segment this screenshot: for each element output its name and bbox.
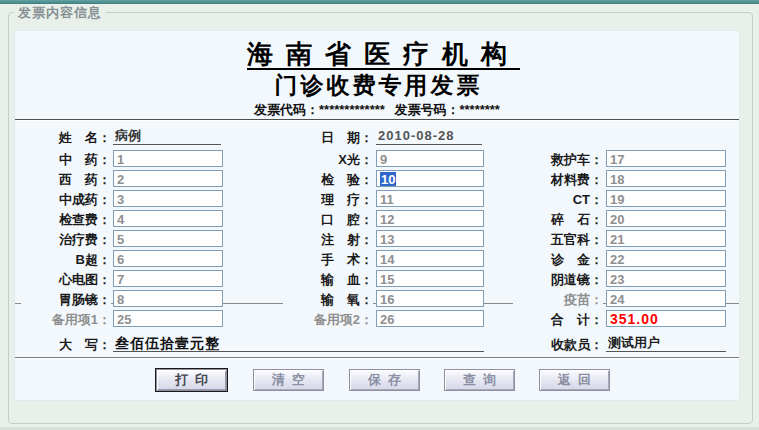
invoice-code-label: 发票代码： — [254, 102, 319, 117]
field-input-ecg[interactable]: 7 — [113, 270, 223, 287]
field-input-colposcopy[interactable]: 23 — [606, 270, 726, 287]
back-button[interactable]: 返回 — [539, 369, 610, 391]
field-input-consultation-fee[interactable]: 22 — [606, 250, 726, 267]
cashier-label: 收款员： — [513, 336, 603, 353]
field-label-ecg: 心电图： — [21, 271, 111, 288]
field-value-blood-transfusion: 15 — [380, 272, 394, 287]
field-input-gastroscopy[interactable]: 8 — [113, 290, 223, 307]
field-label-spare-item-1: 备用项1： — [21, 311, 111, 328]
invoice-code-value: ************* — [319, 102, 385, 117]
field-value-spare-item-1: 25 — [117, 312, 131, 327]
field-input-lab-test[interactable]: 10 — [376, 170, 484, 187]
field-value-ent: 21 — [610, 232, 624, 247]
field-label-oxygen: 输 氧： — [283, 291, 373, 308]
field-value-western-medicine: 2 — [117, 172, 124, 187]
field-value-lithotripsy: 20 — [610, 212, 624, 227]
field-input-ent[interactable]: 21 — [606, 230, 726, 247]
field-label-total: 合 计： — [513, 311, 603, 328]
field-value-material-fee: 18 — [610, 172, 624, 187]
field-input-vaccine[interactable]: 24 — [606, 290, 726, 307]
field-value-b-ultrasound: 6 — [117, 252, 124, 267]
field-input-surgery[interactable]: 14 — [376, 250, 484, 267]
field-value-injection: 13 — [380, 232, 394, 247]
groupbox-title: 发票内容信息 — [14, 4, 106, 22]
field-value-ambulance: 17 — [610, 152, 624, 167]
field-input-western-medicine[interactable]: 2 — [113, 170, 223, 187]
field-label-lithotripsy: 碎 石： — [513, 211, 603, 228]
field-input-ct[interactable]: 19 — [606, 190, 726, 207]
field-input-spare-item-1[interactable]: 25 — [113, 310, 223, 327]
field-value-chinese-medicine: 1 — [117, 152, 124, 167]
field-label-ambulance: 救护车： — [513, 151, 603, 168]
field-value-dental: 12 — [380, 212, 394, 227]
field-label-lab-test: 检 验： — [283, 171, 373, 188]
field-label-treatment-fee: 治疗费： — [21, 231, 111, 248]
print-button[interactable]: 打印 — [156, 369, 227, 391]
field-label-material-fee: 材料费： — [513, 171, 603, 188]
date-value[interactable]: 2010-08-28 — [376, 128, 482, 145]
field-label-surgery: 手 术： — [283, 251, 373, 268]
field-label-gastroscopy: 胃肠镜： — [21, 291, 111, 308]
field-label-ct: CT： — [513, 191, 603, 208]
field-label-x-ray: X光： — [283, 151, 373, 168]
field-input-x-ray[interactable]: 9 — [376, 150, 484, 167]
field-input-dental[interactable]: 12 — [376, 210, 484, 227]
field-label-dental: 口 腔： — [283, 211, 373, 228]
invoice-code-line: 发票代码：************* 发票号码：******** — [15, 101, 739, 119]
field-input-examination-fee[interactable]: 4 — [113, 210, 223, 227]
field-value-spare-item-2: 26 — [380, 312, 394, 327]
field-value-lab-test: 10 — [380, 172, 396, 187]
patient-name-label: 姓 名： — [21, 129, 111, 146]
field-input-lithotripsy[interactable]: 20 — [606, 210, 726, 227]
field-label-b-ultrasound: B超： — [21, 251, 111, 268]
field-input-oxygen[interactable]: 16 — [376, 290, 484, 307]
invoice-number-label: 发票号码： — [394, 102, 459, 117]
field-label-injection: 注 射： — [283, 231, 373, 248]
field-value-physiotherapy: 11 — [380, 192, 394, 207]
field-input-injection[interactable]: 13 — [376, 230, 484, 247]
field-input-physiotherapy[interactable]: 11 — [376, 190, 484, 207]
field-label-vaccine: 疫苗： — [513, 291, 603, 308]
field-value-surgery: 14 — [380, 252, 394, 267]
invoice-subtitle: 门诊收费专用发票 — [15, 70, 739, 101]
date-label: 日 期： — [283, 129, 373, 146]
invoice-title: 海南省医疗机构 — [15, 37, 739, 72]
field-value-ct: 19 — [610, 192, 624, 207]
field-input-blood-transfusion[interactable]: 15 — [376, 270, 484, 287]
query-button[interactable]: 查询 — [444, 369, 515, 391]
field-input-ambulance[interactable]: 17 — [606, 150, 726, 167]
field-value-consultation-fee: 22 — [610, 252, 624, 267]
field-input-total[interactable]: 351.00 — [606, 310, 726, 327]
field-label-physiotherapy: 理 疗： — [283, 191, 373, 208]
header-separator — [15, 119, 739, 120]
cashier-value: 测试用户 — [606, 335, 726, 352]
field-value-oxygen: 16 — [380, 292, 394, 307]
field-input-material-fee[interactable]: 18 — [606, 170, 726, 187]
field-label-ent: 五官科： — [513, 231, 603, 248]
save-button[interactable]: 保存 — [349, 369, 420, 391]
field-value-vaccine: 24 — [610, 292, 624, 307]
clear-button[interactable]: 清空 — [253, 369, 324, 391]
patient-name-value[interactable]: 病例 — [113, 128, 221, 145]
field-value-chinese-patent-medicine: 3 — [117, 192, 124, 207]
field-input-b-ultrasound[interactable]: 6 — [113, 250, 223, 267]
field-value-total: 351.00 — [610, 311, 659, 327]
amount-words-value: 叁佰伍拾壹元整 — [113, 335, 484, 352]
field-value-x-ray: 9 — [380, 152, 387, 167]
field-label-blood-transfusion: 输 血： — [283, 271, 373, 288]
field-input-chinese-medicine[interactable]: 1 — [113, 150, 223, 167]
field-input-chinese-patent-medicine[interactable]: 3 — [113, 190, 223, 207]
field-input-spare-item-2[interactable]: 26 — [376, 310, 484, 327]
field-label-chinese-patent-medicine: 中成药： — [21, 191, 111, 208]
field-value-treatment-fee: 5 — [117, 232, 124, 247]
field-input-treatment-fee[interactable]: 5 — [113, 230, 223, 247]
field-label-spare-item-2: 备用项2： — [283, 311, 373, 328]
field-label-colposcopy: 阴道镜： — [513, 271, 603, 288]
field-value-ecg: 7 — [117, 272, 124, 287]
field-label-western-medicine: 西 药： — [21, 171, 111, 188]
invoice-panel: 海南省医疗机构 门诊收费专用发票 发票代码：************* 发票号码… — [14, 30, 740, 401]
field-label-consultation-fee: 诊 金： — [513, 251, 603, 268]
window-top-bar — [0, 0, 759, 4]
invoice-number-value: ******** — [459, 102, 499, 117]
field-value-examination-fee: 4 — [117, 212, 124, 227]
